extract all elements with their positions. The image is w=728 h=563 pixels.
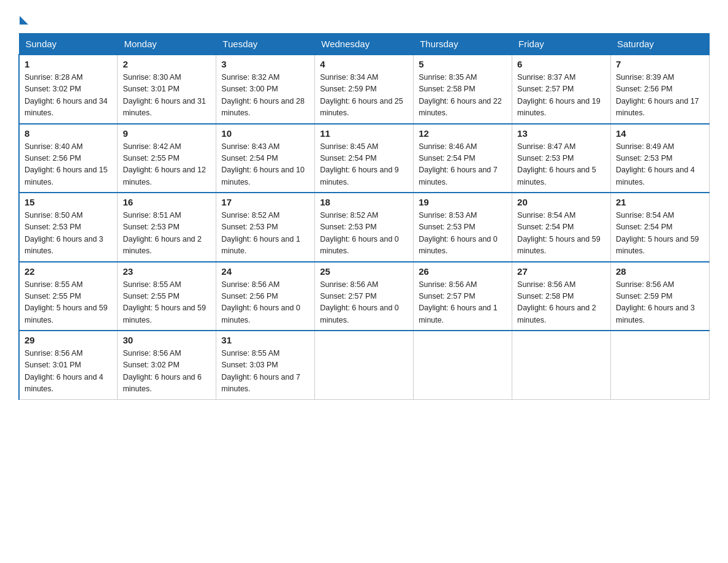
calendar-table: SundayMondayTuesdayWednesdayThursdayFrid… (18, 33, 710, 400)
day-number: 20 (517, 197, 605, 207)
day-number: 8 (25, 128, 112, 139)
calendar-cell: 15Sunrise: 8:50 AMSunset: 2:53 PMDayligh… (19, 193, 118, 262)
calendar-cell: 20Sunrise: 8:54 AMSunset: 2:54 PMDayligh… (512, 193, 611, 262)
day-info: Sunrise: 8:52 AMSunset: 2:53 PMDaylight:… (221, 211, 300, 255)
day-number: 3 (221, 59, 309, 69)
day-info: Sunrise: 8:55 AMSunset: 3:03 PMDaylight:… (221, 349, 300, 393)
day-number: 22 (25, 266, 112, 277)
calendar-cell: 7Sunrise: 8:39 AMSunset: 2:56 PMDaylight… (611, 55, 710, 124)
day-number: 9 (123, 128, 211, 139)
calendar-cell: 16Sunrise: 8:51 AMSunset: 2:53 PMDayligh… (118, 193, 216, 262)
header-friday: Friday (512, 34, 611, 55)
calendar-cell: 31Sunrise: 8:55 AMSunset: 3:03 PMDayligh… (216, 331, 315, 399)
calendar-cell: 22Sunrise: 8:55 AMSunset: 2:55 PMDayligh… (19, 262, 118, 331)
calendar-cell (414, 331, 512, 399)
day-info: Sunrise: 8:40 AMSunset: 2:56 PMDaylight:… (25, 142, 108, 186)
day-info: Sunrise: 8:49 AMSunset: 2:53 PMDaylight:… (616, 142, 695, 186)
day-info: Sunrise: 8:45 AMSunset: 2:54 PMDaylight:… (320, 142, 399, 186)
day-number: 2 (123, 59, 211, 69)
day-info: Sunrise: 8:47 AMSunset: 2:53 PMDaylight:… (517, 142, 596, 186)
day-number: 26 (419, 266, 507, 277)
day-number: 18 (320, 197, 408, 207)
day-info: Sunrise: 8:56 AMSunset: 2:57 PMDaylight:… (419, 280, 498, 324)
day-number: 6 (517, 59, 605, 69)
day-info: Sunrise: 8:56 AMSunset: 3:02 PMDaylight:… (123, 349, 202, 393)
day-info: Sunrise: 8:39 AMSunset: 2:56 PMDaylight:… (616, 73, 699, 117)
calendar-cell: 8Sunrise: 8:40 AMSunset: 2:56 PMDaylight… (19, 124, 118, 193)
logo (18, 12, 28, 23)
calendar-cell: 4Sunrise: 8:34 AMSunset: 2:59 PMDaylight… (315, 55, 414, 124)
header-sunday: Sunday (19, 34, 118, 55)
week-row-2: 8Sunrise: 8:40 AMSunset: 2:56 PMDaylight… (19, 124, 710, 193)
week-row-5: 29Sunrise: 8:56 AMSunset: 3:01 PMDayligh… (19, 331, 710, 399)
calendar-cell: 19Sunrise: 8:53 AMSunset: 2:53 PMDayligh… (414, 193, 512, 262)
day-number: 14 (616, 128, 704, 139)
day-number: 21 (616, 197, 704, 207)
calendar-cell: 18Sunrise: 8:52 AMSunset: 2:53 PMDayligh… (315, 193, 414, 262)
week-row-1: 1Sunrise: 8:28 AMSunset: 3:02 PMDaylight… (19, 55, 710, 124)
calendar-cell: 12Sunrise: 8:46 AMSunset: 2:54 PMDayligh… (414, 124, 512, 193)
day-info: Sunrise: 8:55 AMSunset: 2:55 PMDaylight:… (123, 280, 206, 324)
day-info: Sunrise: 8:56 AMSunset: 2:57 PMDaylight:… (320, 280, 399, 324)
calendar-cell: 28Sunrise: 8:56 AMSunset: 2:59 PMDayligh… (611, 262, 710, 331)
day-info: Sunrise: 8:35 AMSunset: 2:58 PMDaylight:… (419, 73, 502, 117)
header-thursday: Thursday (414, 34, 512, 55)
day-info: Sunrise: 8:46 AMSunset: 2:54 PMDaylight:… (419, 142, 498, 186)
day-number: 25 (320, 266, 408, 277)
calendar-cell: 3Sunrise: 8:32 AMSunset: 3:00 PMDaylight… (216, 55, 315, 124)
day-number: 5 (419, 59, 507, 69)
day-number: 7 (616, 59, 704, 69)
day-info: Sunrise: 8:52 AMSunset: 2:53 PMDaylight:… (320, 211, 399, 255)
calendar-cell: 30Sunrise: 8:56 AMSunset: 3:02 PMDayligh… (118, 331, 216, 399)
day-number: 1 (25, 59, 112, 69)
day-info: Sunrise: 8:50 AMSunset: 2:53 PMDaylight:… (25, 211, 104, 255)
day-number: 15 (25, 197, 112, 207)
calendar-cell: 21Sunrise: 8:54 AMSunset: 2:54 PMDayligh… (611, 193, 710, 262)
calendar-cell: 27Sunrise: 8:56 AMSunset: 2:58 PMDayligh… (512, 262, 611, 331)
page-header (18, 12, 710, 23)
week-row-4: 22Sunrise: 8:55 AMSunset: 2:55 PMDayligh… (19, 262, 710, 331)
calendar-cell: 14Sunrise: 8:49 AMSunset: 2:53 PMDayligh… (611, 124, 710, 193)
day-number: 17 (221, 197, 309, 207)
calendar-cell: 13Sunrise: 8:47 AMSunset: 2:53 PMDayligh… (512, 124, 611, 193)
day-info: Sunrise: 8:51 AMSunset: 2:53 PMDaylight:… (123, 211, 202, 255)
calendar-cell: 5Sunrise: 8:35 AMSunset: 2:58 PMDaylight… (414, 55, 512, 124)
day-info: Sunrise: 8:54 AMSunset: 2:54 PMDaylight:… (616, 211, 699, 255)
calendar-cell (315, 331, 414, 399)
week-row-3: 15Sunrise: 8:50 AMSunset: 2:53 PMDayligh… (19, 193, 710, 262)
calendar-cell: 10Sunrise: 8:43 AMSunset: 2:54 PMDayligh… (216, 124, 315, 193)
calendar-cell: 11Sunrise: 8:45 AMSunset: 2:54 PMDayligh… (315, 124, 414, 193)
calendar-cell: 9Sunrise: 8:42 AMSunset: 2:55 PMDaylight… (118, 124, 216, 193)
calendar-cell: 17Sunrise: 8:52 AMSunset: 2:53 PMDayligh… (216, 193, 315, 262)
day-info: Sunrise: 8:32 AMSunset: 3:00 PMDaylight:… (221, 73, 305, 117)
day-info: Sunrise: 8:53 AMSunset: 2:53 PMDaylight:… (419, 211, 498, 255)
calendar-cell (611, 331, 710, 399)
day-info: Sunrise: 8:30 AMSunset: 3:01 PMDaylight:… (123, 73, 206, 117)
day-number: 19 (419, 197, 507, 207)
day-info: Sunrise: 8:43 AMSunset: 2:54 PMDaylight:… (221, 142, 305, 186)
day-number: 29 (25, 335, 112, 345)
calendar-cell: 2Sunrise: 8:30 AMSunset: 3:01 PMDaylight… (118, 55, 216, 124)
day-info: Sunrise: 8:34 AMSunset: 2:59 PMDaylight:… (320, 73, 403, 117)
header-wednesday: Wednesday (315, 34, 414, 55)
header-tuesday: Tuesday (216, 34, 315, 55)
day-number: 31 (221, 335, 309, 345)
calendar-cell: 24Sunrise: 8:56 AMSunset: 2:56 PMDayligh… (216, 262, 315, 331)
calendar-cell: 26Sunrise: 8:56 AMSunset: 2:57 PMDayligh… (414, 262, 512, 331)
logo-triangle-icon (20, 16, 28, 25)
day-info: Sunrise: 8:56 AMSunset: 3:01 PMDaylight:… (25, 349, 104, 393)
day-info: Sunrise: 8:28 AMSunset: 3:02 PMDaylight:… (25, 73, 108, 117)
day-info: Sunrise: 8:54 AMSunset: 2:54 PMDaylight:… (517, 211, 601, 255)
day-number: 4 (320, 59, 408, 69)
day-info: Sunrise: 8:56 AMSunset: 2:58 PMDaylight:… (517, 280, 596, 324)
day-number: 30 (123, 335, 211, 345)
calendar-cell: 6Sunrise: 8:37 AMSunset: 2:57 PMDaylight… (512, 55, 611, 124)
day-number: 23 (123, 266, 211, 277)
day-info: Sunrise: 8:55 AMSunset: 2:55 PMDaylight:… (25, 280, 108, 324)
weekday-header-row: SundayMondayTuesdayWednesdayThursdayFrid… (19, 34, 710, 55)
day-info: Sunrise: 8:37 AMSunset: 2:57 PMDaylight:… (517, 73, 601, 117)
day-info: Sunrise: 8:42 AMSunset: 2:55 PMDaylight:… (123, 142, 206, 186)
day-info: Sunrise: 8:56 AMSunset: 2:56 PMDaylight:… (221, 280, 300, 324)
calendar-cell: 1Sunrise: 8:28 AMSunset: 3:02 PMDaylight… (19, 55, 118, 124)
day-number: 28 (616, 266, 704, 277)
